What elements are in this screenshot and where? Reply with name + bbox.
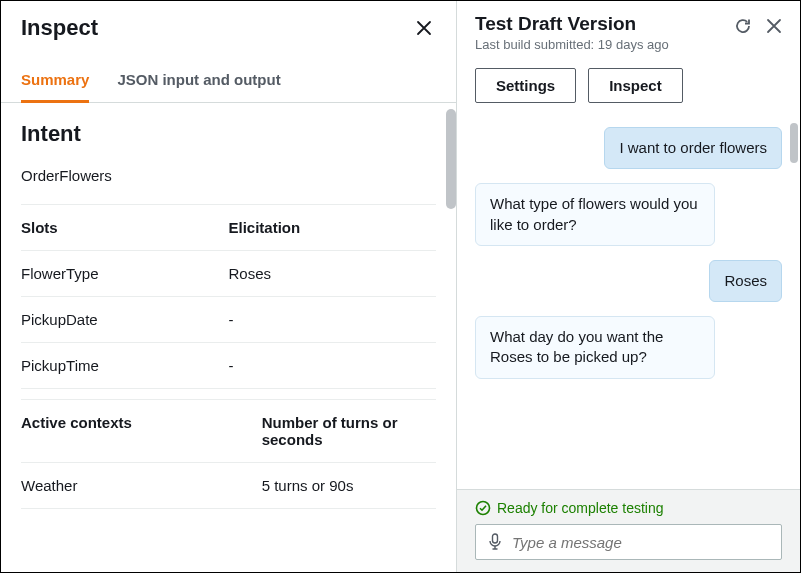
settings-button[interactable]: Settings [475,68,576,103]
slot-value: Roses [229,251,437,296]
table-row: PickupTime - [21,343,436,389]
inspect-panel: Inspect Summary JSON input and output In… [1,1,457,572]
scrollbar[interactable] [790,123,798,163]
message-input-wrap [475,524,782,560]
message-input[interactable] [512,534,769,551]
microphone-icon[interactable] [488,533,502,551]
contexts-col-name: Active contexts [21,400,262,462]
tab-summary[interactable]: Summary [21,59,89,103]
refresh-icon[interactable] [734,17,752,35]
table-row: FlowerType Roses [21,251,436,297]
contexts-col-turns: Number of turns or seconds [262,400,436,462]
tab-json[interactable]: JSON input and output [117,59,280,103]
intent-heading: Intent [21,103,436,163]
slot-name: FlowerType [21,251,229,296]
slots-col-name: Slots [21,205,229,250]
inspect-title: Inspect [21,15,98,41]
context-value: 5 turns or 90s [262,463,436,508]
table-row: PickupDate - [21,297,436,343]
chat-message-bot: What day do you want the Roses to be pic… [475,316,715,379]
close-icon[interactable] [412,16,436,40]
chat-message-bot: What type of flowers would you like to o… [475,183,715,246]
context-name: Weather [21,463,262,508]
scrollbar[interactable] [446,109,456,209]
slot-value: - [229,343,437,388]
contexts-table: Active contexts Number of turns or secon… [21,399,436,509]
slots-col-elicitation: Elicitation [229,205,437,250]
check-circle-icon [475,500,491,516]
table-row: Weather 5 turns or 90s [21,463,436,509]
status-text: Ready for complete testing [497,500,664,516]
slots-table: Slots Elicitation FlowerType Roses Picku… [21,204,436,389]
test-panel: Test Draft Version Last build submitted:… [457,1,800,572]
intent-name: OrderFlowers [21,163,436,204]
slot-name: PickupDate [21,297,229,342]
test-title: Test Draft Version [475,13,734,35]
chat-area: I want to order flowers What type of flo… [457,117,800,489]
svg-rect-1 [493,534,498,543]
slot-name: PickupTime [21,343,229,388]
slot-value: - [229,297,437,342]
inspect-button[interactable]: Inspect [588,68,683,103]
test-subtitle: Last build submitted: 19 days ago [475,37,734,52]
chat-message-user: I want to order flowers [604,127,782,169]
status-bar: Ready for complete testing [457,489,800,524]
close-icon[interactable] [766,18,782,34]
chat-message-user: Roses [709,260,782,302]
inspect-tabs: Summary JSON input and output [1,59,456,103]
